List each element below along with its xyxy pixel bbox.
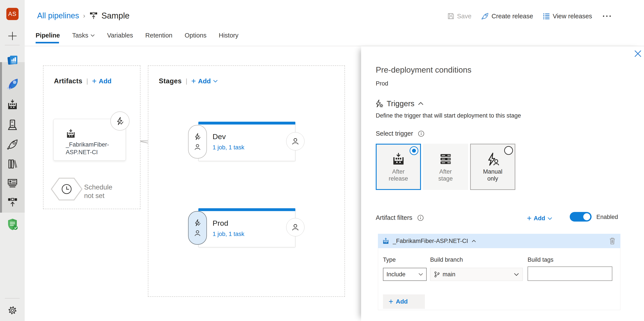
sidebar-item-security-extension[interactable] xyxy=(0,218,25,231)
sidebar-item-library[interactable] xyxy=(0,159,25,169)
server-stack-icon xyxy=(439,153,452,166)
more-actions-button[interactable] xyxy=(603,15,611,17)
dev-post-deployment-conditions-button[interactable] xyxy=(286,132,304,151)
prod-post-deployment-conditions-button[interactable] xyxy=(286,218,304,236)
sidebar-item-environments[interactable] xyxy=(0,119,25,131)
prod-pre-deployment-conditions-button[interactable] xyxy=(188,211,207,245)
view-releases-button[interactable]: View releases xyxy=(543,12,592,20)
overview-icon xyxy=(6,53,19,66)
project-avatar[interactable]: AS xyxy=(0,8,25,20)
build-tags-input[interactable] xyxy=(528,267,612,281)
add-stage-button[interactable]: + Add xyxy=(191,77,218,85)
sidebar-divider xyxy=(5,298,20,299)
separator: | xyxy=(186,77,188,85)
add-filter-button[interactable]: + Add xyxy=(527,215,552,222)
tab-options[interactable]: Options xyxy=(184,32,206,42)
bolt-person-icon xyxy=(486,153,500,166)
release-pipeline-icon xyxy=(89,11,98,20)
person-icon xyxy=(194,229,201,237)
trigger-option-label: Manual only xyxy=(479,168,507,182)
person-icon xyxy=(291,223,300,231)
triggers-heading: Triggers xyxy=(387,99,414,108)
trigger-option-after-release[interactable]: After release xyxy=(376,144,421,190)
breadcrumb-all-pipelines-link[interactable]: All pipelines xyxy=(37,11,79,20)
stage-card-dev[interactable]: Dev 1 job, 1 task xyxy=(198,122,295,161)
tab-pipeline[interactable]: Pipeline xyxy=(36,32,60,42)
add-filter-label: Add xyxy=(534,215,545,222)
sidebar-item-overview[interactable] xyxy=(0,53,25,66)
chevron-up-icon xyxy=(472,240,476,242)
page-title: Sample xyxy=(101,11,130,20)
info-icon[interactable] xyxy=(417,215,424,221)
create-release-label: Create release xyxy=(492,13,533,20)
artifact-filter-header[interactable]: _FabrikamFiber-ASP.NET-CI xyxy=(378,234,620,248)
stage-name: Dev xyxy=(212,132,226,141)
add-stage-label: Add xyxy=(198,77,211,85)
package-download-icon xyxy=(392,153,405,166)
bolt-check-icon xyxy=(194,219,201,226)
stages-title: Stages xyxy=(159,77,182,85)
continuous-deployment-trigger-badge[interactable] xyxy=(110,111,130,131)
chevron-down-icon xyxy=(514,273,519,276)
plus-icon: + xyxy=(191,78,196,84)
type-value: Include xyxy=(386,271,406,278)
sidebar-item-deployment-groups[interactable] xyxy=(0,197,25,208)
add-artifact-label: Add xyxy=(99,77,112,85)
filters-enabled-toggle[interactable] xyxy=(570,212,592,222)
left-navigation-rail: AS xyxy=(0,0,25,321)
person-icon xyxy=(291,137,300,146)
tab-tasks[interactable]: Tasks xyxy=(72,32,95,42)
save-button[interactable]: Save xyxy=(448,13,472,20)
artifact-name: _FabrikamFiber-ASP.NET-CI xyxy=(66,141,120,156)
bolt-check-icon xyxy=(194,133,201,140)
deployment-groups-icon xyxy=(7,197,18,208)
radio-unselected-icon xyxy=(504,146,513,155)
security-shield-icon xyxy=(6,218,19,231)
panel-title: Pre-deployment conditions xyxy=(376,65,472,75)
settings-button[interactable] xyxy=(0,305,25,316)
triggers-section-header[interactable]: Triggers xyxy=(375,99,424,108)
close-panel-button[interactable] xyxy=(634,50,642,58)
info-icon[interactable] xyxy=(418,130,424,137)
dev-pre-deployment-conditions-button[interactable] xyxy=(188,125,207,159)
package-download-icon xyxy=(66,129,76,139)
sidebar-item-pipelines-hub[interactable] xyxy=(0,76,25,90)
add-artifact-button[interactable]: + Add xyxy=(92,77,112,85)
trigger-option-manual-only[interactable]: Manual only xyxy=(470,144,515,190)
triggers-description: Define the trigger that will start deplo… xyxy=(376,112,521,119)
add-filter-row-button[interactable]: + Add xyxy=(383,294,425,309)
git-branch-icon xyxy=(434,271,440,277)
trigger-option-label: After stage xyxy=(432,168,460,182)
trash-icon xyxy=(608,237,616,245)
delete-filter-button[interactable] xyxy=(608,237,616,245)
trigger-option-after-stage[interactable]: After stage xyxy=(423,144,468,190)
chevron-down-icon xyxy=(548,217,552,220)
environment-icon xyxy=(6,119,18,131)
stage-tasks-link[interactable]: 1 job, 1 task xyxy=(212,144,244,151)
type-dropdown[interactable]: Include xyxy=(383,268,427,281)
add-project-button[interactable] xyxy=(0,31,25,41)
gear-icon xyxy=(7,305,18,316)
stage-name: Prod xyxy=(212,219,228,227)
type-label: Type xyxy=(383,256,396,263)
artifact-filters-row: Artifact filters xyxy=(376,214,424,221)
tab-retention[interactable]: Retention xyxy=(145,32,172,42)
sidebar-item-builds[interactable] xyxy=(0,99,25,110)
create-release-button[interactable]: Create release xyxy=(481,12,533,20)
schedule-hexagon[interactable] xyxy=(50,177,83,201)
select-trigger-label: Select trigger xyxy=(376,130,413,137)
artifact-filter-body: Type Build branch Build tags Include mai… xyxy=(378,248,620,310)
tab-variables[interactable]: Variables xyxy=(107,32,133,42)
build-branch-dropdown[interactable]: main xyxy=(430,268,523,281)
tab-history[interactable]: History xyxy=(219,32,238,42)
sidebar-item-task-groups[interactable] xyxy=(0,177,25,189)
stage-tasks-link[interactable]: 1 job, 1 task xyxy=(212,231,244,237)
header-actions: Save Create release View releases xyxy=(448,11,611,21)
rocket-icon xyxy=(481,12,489,20)
sidebar-item-releases[interactable] xyxy=(0,138,25,151)
branch-value: main xyxy=(442,271,456,278)
stage-card-prod[interactable]: Prod 1 job, 1 task xyxy=(198,208,295,247)
trigger-options: After release After stage xyxy=(376,144,515,190)
build-tags-input-wrapper xyxy=(528,267,612,281)
close-icon xyxy=(634,50,642,58)
